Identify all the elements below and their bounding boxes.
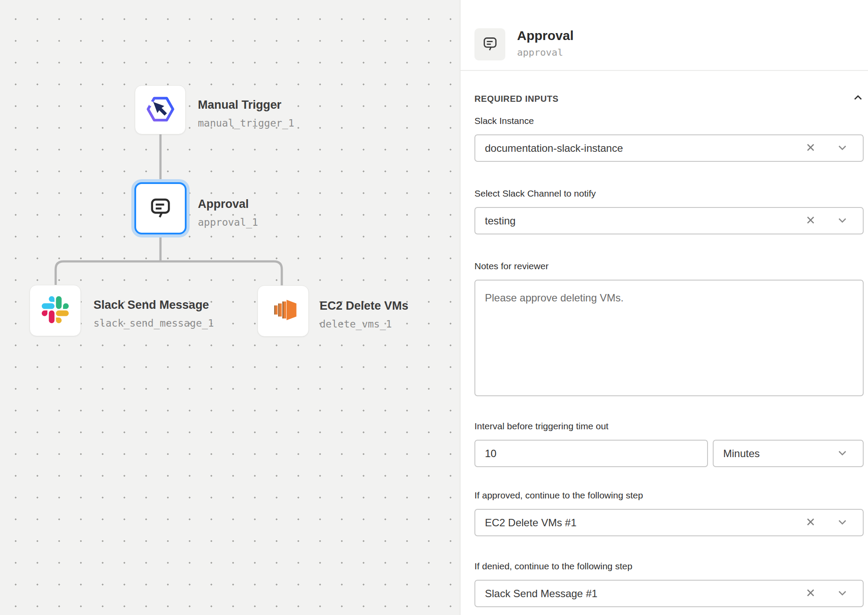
dropdown-button[interactable]: [837, 214, 848, 227]
select-value: Slack Send Message #1: [485, 588, 805, 600]
if-approved-select[interactable]: EC2 Delete VMs #1: [474, 509, 864, 536]
slack-logo-icon: [42, 296, 69, 325]
ec2-icon: [268, 295, 298, 327]
field-label: Select Slack Channel to notify: [474, 188, 864, 199]
field-label: If denied, continue to the following ste…: [474, 561, 864, 572]
node-labels-slack-send-message: Slack Send Message slack_send_message_1: [93, 297, 214, 330]
panel-subtitle: approval: [517, 47, 574, 59]
node-id: slack_send_message_1: [93, 317, 214, 330]
section-collapse-button[interactable]: [852, 92, 864, 105]
node-labels-ec2-delete-vms: EC2 Delete VMs delete_vms_1: [320, 298, 408, 331]
if-denied-select[interactable]: Slack Send Message #1: [474, 580, 864, 607]
node-title: Manual Trigger: [198, 97, 294, 112]
node-id: approval_1: [198, 216, 258, 229]
x-icon: [805, 215, 816, 227]
field-label: Notes for reviewer: [474, 261, 864, 272]
dropdown-button[interactable]: [837, 587, 848, 600]
clear-button[interactable]: [805, 215, 816, 227]
chevron-down-icon: [837, 214, 848, 227]
interval-value-input[interactable]: [474, 440, 708, 467]
chevron-down-icon: [837, 142, 848, 154]
chevron-down-icon: [837, 587, 848, 600]
x-icon: [805, 517, 816, 528]
node-title: EC2 Delete VMs: [320, 298, 408, 313]
form-group-slack-instance: Slack Instance documentation-slack-insta…: [474, 115, 864, 162]
notes-textarea[interactable]: Please approve deleting VMs.: [474, 280, 864, 396]
node-ec2-delete-vms[interactable]: [257, 285, 309, 337]
chevron-up-icon: [852, 92, 864, 105]
config-panel: Approval approval REQUIRED INPUTS Slack …: [460, 0, 868, 615]
node-id: manual_trigger_1: [198, 117, 294, 130]
chevron-down-icon: [837, 516, 848, 529]
panel-header: Approval approval: [461, 0, 868, 71]
node-labels-manual-trigger: Manual Trigger manual_trigger_1: [198, 97, 294, 130]
field-label: Interval before triggering time out: [474, 421, 864, 432]
workflow-canvas[interactable]: Manual Trigger manual_trigger_1 Approval…: [0, 0, 460, 615]
slack-instance-select[interactable]: documentation-slack-instance: [474, 134, 864, 162]
hexagon-cursor-icon: [146, 95, 175, 125]
form-group-notes: Notes for reviewer Please approve deleti…: [474, 261, 864, 398]
dropdown-button[interactable]: [837, 447, 848, 460]
node-labels-approval: Approval approval_1: [198, 197, 258, 229]
form-group-if-approved: If approved, continue to the following s…: [474, 490, 864, 536]
panel-title: Approval: [517, 27, 574, 44]
select-value: testing: [485, 215, 805, 227]
node-manual-trigger[interactable]: [135, 85, 186, 134]
chevron-down-icon: [837, 447, 848, 460]
x-icon: [805, 142, 816, 154]
panel-header-texts: Approval approval: [517, 27, 574, 59]
chat-bubble-icon: [481, 35, 499, 54]
form-group-interval: Interval before triggering time out Minu…: [474, 421, 864, 467]
slack-channel-select[interactable]: testing: [474, 207, 864, 234]
clear-button[interactable]: [805, 588, 816, 599]
node-title: Approval: [198, 197, 258, 211]
required-inputs-section-header: REQUIRED INPUTS: [474, 92, 864, 105]
dropdown-button[interactable]: [837, 142, 848, 154]
form-group-slack-channel: Select Slack Channel to notify testing: [474, 188, 864, 234]
select-value: Minutes: [723, 448, 837, 460]
clear-button[interactable]: [805, 142, 816, 154]
node-title: Slack Send Message: [93, 297, 214, 312]
node-id: delete_vms_1: [320, 318, 408, 331]
panel-body: REQUIRED INPUTS Slack Instance documenta…: [461, 92, 868, 607]
select-value: documentation-slack-instance: [485, 142, 805, 154]
node-approval-selection-halo: [131, 179, 190, 237]
form-group-if-denied: If denied, continue to the following ste…: [474, 561, 864, 607]
node-slack-send-message[interactable]: [30, 285, 81, 336]
x-icon: [805, 588, 816, 599]
section-label: REQUIRED INPUTS: [474, 93, 558, 104]
node-approval[interactable]: [134, 182, 187, 234]
panel-header-icon-box: [474, 28, 505, 60]
interval-row: Minutes: [474, 440, 864, 467]
dropdown-button[interactable]: [837, 516, 848, 529]
select-value: EC2 Delete VMs #1: [485, 517, 805, 529]
clear-button[interactable]: [805, 517, 816, 528]
field-label: Slack Instance: [474, 115, 864, 127]
field-label: If approved, continue to the following s…: [474, 490, 864, 501]
chat-bubble-icon: [148, 195, 173, 222]
interval-unit-select[interactable]: Minutes: [713, 440, 864, 467]
